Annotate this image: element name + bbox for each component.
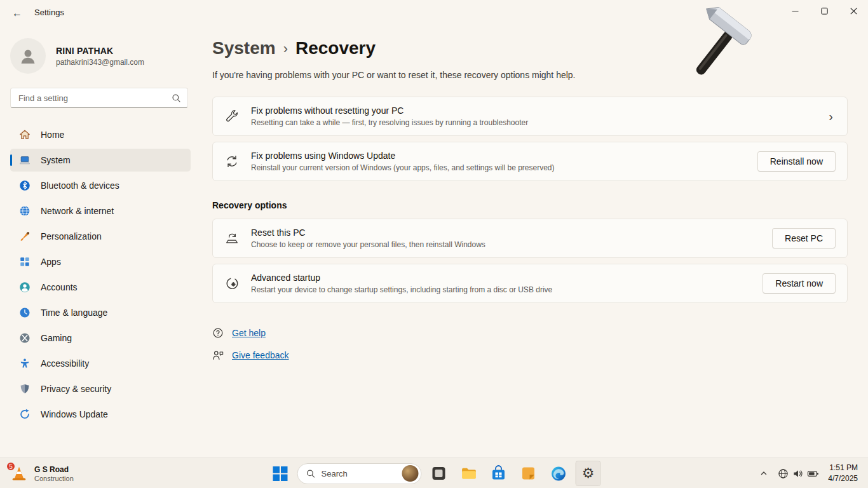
sidebar-item-label: Accessibility: [41, 358, 89, 369]
profile[interactable]: RINI PATHAK pathakrini343@gmail.com: [10, 36, 191, 76]
sidebar-item-label: Apps: [41, 257, 61, 267]
minimize-button[interactable]: [780, 0, 810, 22]
sidebar-item-privacy[interactable]: Privacy & security: [10, 377, 191, 400]
taskbar-search[interactable]: Search: [297, 463, 422, 484]
chevron-right-icon: ›: [829, 109, 836, 124]
sidebar-item-time-language[interactable]: Time & language: [10, 301, 191, 324]
sidebar-nav: Home System Bluetooth & devices Network …: [10, 123, 191, 426]
sidebar-item-personalization[interactable]: Personalization: [10, 225, 191, 248]
person-icon: [18, 46, 37, 65]
traffic-widget-icon: 5: [10, 464, 28, 482]
profile-text: RINI PATHAK pathakrini343@gmail.com: [56, 46, 144, 67]
card-subtitle: Restart your device to change startup se…: [251, 285, 552, 294]
card-advanced-startup: Advanced startup Restart your device to …: [212, 264, 848, 303]
bluetooth-icon: [18, 180, 31, 192]
sidebar-item-label: Personalization: [41, 231, 102, 241]
sidebar-item-system[interactable]: System: [10, 149, 191, 172]
card-text: Reset this PC Choose to keep or remove y…: [251, 227, 485, 249]
close-button[interactable]: [839, 0, 868, 22]
breadcrumb-system[interactable]: System: [212, 38, 276, 58]
minimize-icon: [792, 8, 799, 15]
card-title: Fix problems without resetting your PC: [251, 105, 528, 116]
sidebar-item-label: Windows Update: [41, 409, 108, 419]
accounts-icon: [18, 281, 31, 294]
reset-pc-button[interactable]: Reset PC: [772, 228, 836, 248]
windows-logo-icon: [272, 466, 288, 482]
reset-pc-icon: [224, 231, 240, 246]
wrench-icon: [224, 109, 240, 124]
card-text: Advanced startup Restart your device to …: [251, 273, 552, 294]
settings-window: ← Settings RINI PATHAK pathakrini343@gma…: [0, 0, 868, 488]
sidebar-item-gaming[interactable]: Gaming: [10, 327, 191, 349]
widgets-button[interactable]: 5 G S Road Construction: [4, 461, 80, 486]
notification-badge: 5: [6, 461, 16, 471]
taskbar-clock[interactable]: 1:51 PM 4/7/2025: [824, 463, 864, 484]
sidebar: RINI PATHAK pathakrini343@gmail.com Home…: [0, 25, 203, 458]
settings-app-button[interactable]: ⚙: [576, 461, 601, 486]
avatar: [10, 38, 46, 74]
gear-icon: ⚙: [582, 466, 595, 480]
task-view-button[interactable]: [426, 461, 452, 486]
clock-time: 1:51 PM: [828, 463, 858, 473]
sidebar-item-label: Gaming: [41, 333, 72, 343]
sidebar-item-label: System: [41, 155, 71, 165]
clock-icon: [18, 307, 31, 319]
widget-subtitle: Construction: [34, 475, 74, 482]
back-button[interactable]: ←: [6, 5, 28, 22]
search-icon: [306, 469, 316, 478]
store-icon: [491, 465, 507, 482]
xbox-icon: [18, 332, 31, 344]
sidebar-item-accounts[interactable]: Accounts: [10, 276, 191, 299]
sidebar-item-home[interactable]: Home: [10, 123, 191, 146]
notes-app-button[interactable]: [516, 461, 541, 486]
edge-icon: [550, 465, 567, 482]
network-icon: [778, 468, 789, 479]
card-fix-without-reset[interactable]: Fix problems without resetting your PC R…: [212, 97, 848, 136]
reinstall-now-button[interactable]: Reinstall now: [757, 151, 836, 172]
maximize-button[interactable]: [810, 0, 839, 22]
advanced-startup-icon: [224, 276, 240, 291]
profile-email: pathakrini343@gmail.com: [56, 58, 144, 67]
search-input[interactable]: [11, 88, 187, 107]
page-title: Recovery: [295, 38, 376, 58]
sidebar-item-label: Network & internet: [41, 206, 114, 216]
close-icon: [850, 8, 857, 15]
give-feedback-link[interactable]: Give feedback: [232, 350, 289, 360]
file-explorer-button[interactable]: [456, 461, 482, 486]
restart-now-button[interactable]: Restart now: [763, 273, 836, 294]
network-globe-icon: [18, 205, 31, 217]
tray-status-button[interactable]: [773, 461, 824, 486]
sidebar-item-label: Privacy & security: [41, 384, 111, 394]
shield-icon: [18, 383, 31, 395]
home-icon: [18, 129, 31, 141]
chevron-up-icon: [760, 470, 768, 477]
update-icon: [18, 409, 31, 421]
card-text: Fix problems using Windows Update Reinst…: [251, 151, 555, 172]
sidebar-item-windows-update[interactable]: Windows Update: [10, 403, 191, 426]
sidebar-item-accessibility[interactable]: Accessibility: [10, 352, 191, 375]
tray-chevron-button[interactable]: [755, 461, 773, 486]
titlebar: ← Settings: [0, 0, 868, 25]
start-button[interactable]: [268, 461, 293, 486]
sidebar-item-apps[interactable]: Apps: [10, 250, 191, 273]
search-icon: [172, 93, 181, 105]
edge-browser-button[interactable]: [546, 461, 571, 486]
breadcrumb-separator-icon: ›: [283, 39, 288, 57]
widget-text: G S Road Construction: [34, 465, 74, 482]
card-subtitle: Resetting can take a while — first, try …: [251, 118, 528, 127]
accessibility-icon: [18, 358, 31, 370]
clock-date: 4/7/2025: [828, 473, 858, 484]
get-help-link[interactable]: Get help: [232, 328, 266, 338]
get-help-row: Get help: [212, 327, 848, 339]
card-reset-pc: Reset this PC Choose to keep or remove y…: [212, 219, 848, 258]
microsoft-store-button[interactable]: [486, 461, 512, 486]
window-title: Settings: [34, 8, 64, 17]
card-title: Advanced startup: [251, 273, 552, 283]
window-controls: [780, 0, 868, 22]
taskbar: 5 G S Road Construction Search: [0, 458, 868, 488]
battery-icon: [807, 468, 819, 479]
folder-icon: [460, 465, 477, 482]
sidebar-item-bluetooth[interactable]: Bluetooth & devices: [10, 174, 191, 197]
section-title: Recovery options: [212, 200, 848, 210]
sidebar-item-network[interactable]: Network & internet: [10, 200, 191, 222]
